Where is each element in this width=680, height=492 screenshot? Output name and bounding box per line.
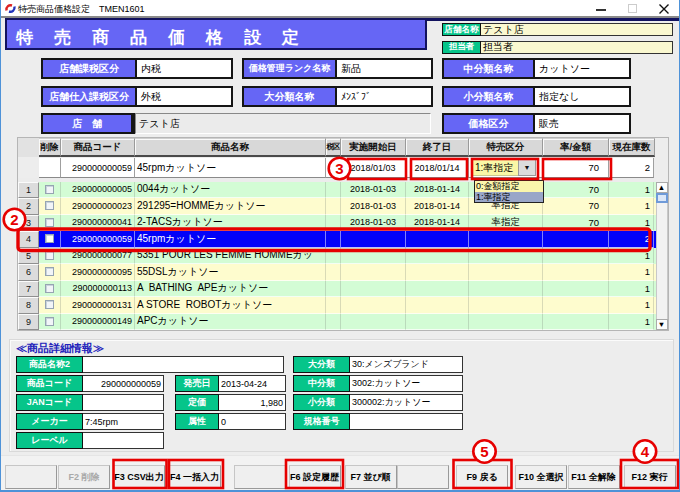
- svg-text:5: 5: [480, 443, 488, 460]
- svg-text:3: 3: [335, 160, 343, 177]
- svg-text:2: 2: [10, 211, 18, 228]
- svg-text:4: 4: [641, 443, 650, 460]
